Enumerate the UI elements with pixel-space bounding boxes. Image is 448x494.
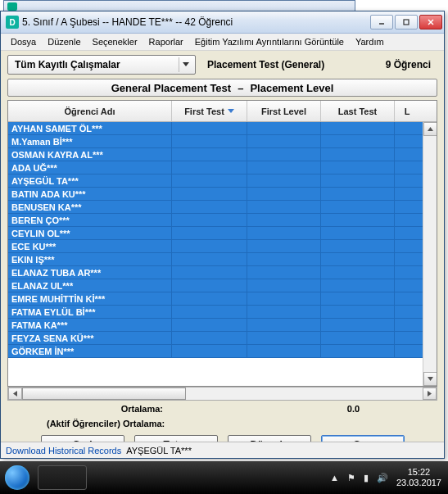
table-row[interactable]: AYHAN SAMET ÖL***	[8, 122, 423, 135]
table-row[interactable]: FEYZA SENA KÜ***	[8, 332, 423, 345]
cell-tail	[395, 345, 423, 357]
toolbar: Tüm Kayıtlı Çalışmalar Placement Test (G…	[1, 51, 444, 79]
col-header-last-test[interactable]: Last Test	[321, 101, 395, 121]
table-row[interactable]: BEREN ÇO***	[8, 214, 423, 227]
titlebar[interactable]: D 5. Sınıf / A Şubesi -- HANDE TE*** -- …	[1, 11, 444, 34]
table-row[interactable]: OSMAN KAYRA AL***	[8, 148, 423, 161]
menu-help[interactable]: Yardım	[351, 35, 389, 48]
col-header-first-level[interactable]: First Level	[247, 101, 321, 121]
cell-last-test	[321, 332, 395, 344]
cell-tail	[395, 266, 423, 279]
cell-first-test	[172, 292, 247, 305]
cell-name: BATIN ADA KU***	[8, 188, 172, 200]
horizontal-scrollbar[interactable]	[7, 387, 437, 401]
cell-last-test	[321, 161, 395, 174]
clock[interactable]: 15:22 23.03.2017	[396, 467, 441, 488]
worksheets-combo[interactable]: Tüm Kayıtlı Çalışmalar	[7, 55, 196, 75]
grid-header: Öğrenci Adı First Test First Level Last …	[8, 101, 437, 122]
volume-icon[interactable]: 🔊	[377, 473, 388, 483]
cell-first-test	[172, 227, 247, 239]
cell-first-test	[172, 306, 247, 318]
minimize-button[interactable]	[370, 15, 393, 29]
cell-name: ELANAZ UL***	[8, 279, 172, 292]
cell-name: EKIN IŞ***	[8, 253, 172, 265]
table-row[interactable]: ELANAZ UL***	[8, 279, 423, 292]
table-row[interactable]: ECE KU***	[8, 240, 423, 253]
table-row[interactable]: CEYLIN OL***	[8, 227, 423, 240]
cell-name: AYŞEGÜL TA***	[8, 174, 172, 187]
col-header-first-test[interactable]: First Test	[172, 101, 247, 121]
cell-first-level	[247, 227, 321, 239]
cell-last-test	[321, 319, 395, 331]
cell-tail	[395, 279, 423, 292]
cell-first-test	[172, 135, 247, 147]
cell-first-test	[172, 253, 247, 265]
scroll-left-button[interactable]	[8, 387, 22, 400]
cell-tail	[395, 227, 423, 239]
cell-name: GÖRKEM İN***	[8, 345, 172, 357]
scroll-up-button[interactable]	[423, 122, 437, 136]
cell-first-level	[247, 253, 321, 265]
cell-first-level	[247, 345, 321, 357]
cell-name: M.Yaman Bİ***	[8, 135, 172, 147]
menu-reports[interactable]: Raporlar	[144, 35, 188, 48]
table-row[interactable]: EMRE MUHİTTİN Kİ***	[8, 292, 423, 306]
menu-options[interactable]: Seçenekler	[88, 35, 143, 48]
cell-last-test	[321, 148, 395, 161]
cell-last-test	[321, 345, 395, 357]
scroll-right-button[interactable]	[423, 387, 437, 400]
cell-first-test	[172, 161, 247, 174]
cell-tail	[395, 214, 423, 226]
network-icon[interactable]: ▮	[364, 473, 369, 483]
table-row[interactable]: GÖRKEM İN***	[8, 345, 423, 358]
cell-first-level	[247, 135, 321, 147]
table-row[interactable]: ADA UĞ***	[8, 161, 423, 174]
cell-name: ECE KU***	[8, 240, 172, 252]
maximize-button[interactable]	[395, 15, 418, 29]
cell-first-level	[247, 332, 321, 344]
rows-container[interactable]: AYHAN SAMET ÖL***M.Yaman Bİ***OSMAN KAYR…	[8, 122, 423, 386]
cell-name: FEYZA SENA KÜ***	[8, 332, 172, 344]
cell-first-level	[247, 161, 321, 174]
table-row[interactable]: AYŞEGÜL TA***	[8, 174, 423, 188]
cell-first-test	[172, 266, 247, 279]
table-row[interactable]: BENUSEN KA***	[8, 201, 423, 214]
cell-tail	[395, 122, 423, 134]
menu-view-details[interactable]: Eğitim Yazılımı Ayrıntılarını Görüntüle	[190, 35, 349, 48]
show-hidden-icons-icon[interactable]: ▲	[330, 473, 339, 483]
cell-first-level	[247, 306, 321, 318]
table-row[interactable]: FATMA EYLÜL Bİ***	[8, 306, 423, 319]
cell-first-test	[172, 332, 247, 344]
cell-first-level	[247, 279, 321, 292]
flag-icon[interactable]: ⚑	[347, 473, 355, 483]
table-row[interactable]: M.Yaman Bİ***	[8, 135, 423, 148]
menu-edit[interactable]: Düzenle	[43, 35, 85, 48]
average-row: Ortalama: 0.0	[1, 402, 444, 415]
col-header-name[interactable]: Öğrenci Adı	[8, 101, 172, 121]
average-value: 0.0	[171, 404, 437, 414]
app-icon	[7, 2, 17, 11]
cell-last-test	[321, 279, 395, 292]
average-label: Ortalama:	[7, 404, 171, 414]
banner-right: Placement Level	[250, 82, 333, 94]
cell-last-test	[321, 227, 395, 239]
table-row[interactable]: FATMA KA***	[8, 319, 423, 332]
taskbar-app-button[interactable]	[38, 465, 87, 490]
table-row[interactable]: ELANAZ TUBA AR***	[8, 266, 423, 279]
col-header-last-partial[interactable]: L	[395, 101, 419, 121]
grid-body: AYHAN SAMET ÖL***M.Yaman Bİ***OSMAN KAYR…	[8, 122, 437, 386]
vertical-scrollbar[interactable]	[423, 122, 437, 386]
cell-tail	[395, 319, 423, 331]
cell-first-test	[172, 345, 247, 357]
table-row[interactable]: BATIN ADA KU***	[8, 188, 423, 201]
taskbar[interactable]: ▲ ⚑ ▮ 🔊 15:22 23.03.2017	[0, 461, 448, 494]
close-button[interactable]	[419, 15, 442, 29]
scroll-thumb[interactable]	[22, 387, 186, 400]
table-row[interactable]: EKIN IŞ***	[8, 253, 423, 266]
active-average-label: (Aktif Öğrenciler) Ortalama:	[1, 415, 444, 432]
download-records-link[interactable]: Download Historical Records	[6, 446, 121, 455]
cell-tail	[395, 174, 423, 187]
menu-file[interactable]: Dosya	[6, 35, 41, 48]
start-button[interactable]	[0, 461, 34, 494]
scroll-down-button[interactable]	[423, 372, 437, 386]
